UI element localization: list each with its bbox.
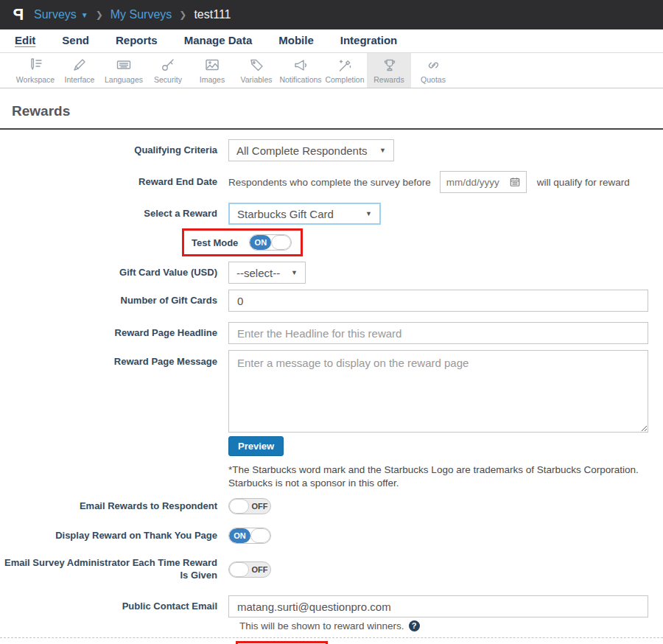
toolbar-item-label: Rewards xyxy=(373,75,404,84)
email-rewards-row: Email Rewards to Respondent OFF xyxy=(0,498,663,514)
toolbar-item-label: Completion xyxy=(325,75,364,84)
tab-edit[interactable]: Edit xyxy=(15,34,35,48)
breadcrumb-surveys[interactable]: Surveys xyxy=(34,8,77,21)
display-reward-label: Display Reward on Thank You Page xyxy=(0,530,228,542)
toggle-state-text: OFF xyxy=(249,499,270,514)
tab-manage-data[interactable]: Manage Data xyxy=(184,34,253,48)
toolbar-item-quotas[interactable]: Quotas xyxy=(411,53,455,88)
tab-integration[interactable]: Integration xyxy=(340,34,398,48)
help-question-icon[interactable]: ? xyxy=(409,620,420,631)
select-caret-icon: ▼ xyxy=(355,210,372,217)
rewards-icon xyxy=(381,57,397,73)
starbucks-disclaimer-text: *The Starbucks word mark and the Starbuc… xyxy=(228,463,654,490)
breadcrumb-survey-name: test111 xyxy=(194,8,231,21)
toolbar-item-label: Variables xyxy=(241,75,273,84)
select-reward-label: Select a Reward xyxy=(0,208,228,220)
toolbar-item-rewards[interactable]: Rewards xyxy=(367,53,411,88)
gift-card-value-label: Gift Card Value (USD) xyxy=(0,267,228,279)
completion-icon xyxy=(337,57,353,73)
test-mode-toggle[interactable]: ON xyxy=(249,234,292,251)
toolbar-item-notifications[interactable]: Notifications xyxy=(278,53,323,88)
interface-icon xyxy=(71,57,88,73)
tab-reports[interactable]: Reports xyxy=(116,34,158,48)
toolbar-item-label: Interface xyxy=(65,75,95,84)
display-reward-toggle[interactable]: ON xyxy=(228,528,271,544)
toolbar-item-workspace[interactable]: Workspace xyxy=(13,53,57,88)
tab-send[interactable]: Send xyxy=(62,34,89,48)
breadcrumb-my-surveys[interactable]: My Surveys xyxy=(110,8,172,21)
qualifying-criteria-row: Qualifying Criteria All Complete Respond… xyxy=(0,139,663,161)
select-caret-icon: ▼ xyxy=(281,269,298,276)
security-icon xyxy=(160,57,176,73)
toolbar-item-label: Workspace xyxy=(16,75,55,84)
toggle-state-text: OFF xyxy=(249,562,270,577)
reward-page-message-row: Reward Page Message xyxy=(0,350,663,433)
disclaimer-row: *The Starbucks word mark and the Starbuc… xyxy=(0,463,663,490)
contact-email-helper-text: This will be shown to reward winners. xyxy=(239,620,404,631)
toggle-knob xyxy=(229,562,249,577)
reward-page-headline-input[interactable] xyxy=(228,322,648,344)
toolbar-item-images[interactable]: Images xyxy=(190,53,234,88)
breadcrumb-separator-icon: ❯ xyxy=(96,10,103,20)
reward-end-date-label: Reward End Date xyxy=(0,176,228,189)
breadcrumb-separator-icon: ❯ xyxy=(179,10,186,20)
save-annotation-box: Save Changes xyxy=(236,641,328,644)
notifications-icon xyxy=(292,57,309,73)
contact-email-helper-row: This will be shown to reward winners. ? xyxy=(239,620,663,631)
gift-card-value-row: Gift Card Value (USD) --select-- ▼ xyxy=(0,262,663,284)
toolbar-item-variables[interactable]: Variables xyxy=(234,53,278,88)
tab-mobile[interactable]: Mobile xyxy=(278,34,314,48)
toolbar-item-label: Notifications xyxy=(279,75,321,84)
quotas-icon xyxy=(425,57,441,73)
toggle-knob xyxy=(250,528,270,543)
variables-icon xyxy=(248,57,264,73)
test-mode-row: Test Mode ON xyxy=(0,228,663,256)
qualifying-criteria-select[interactable]: All Complete Respondents ▼ xyxy=(228,139,394,161)
top-bar: P Surveys ▼ ❯ My Surveys ❯ test111 xyxy=(0,0,663,29)
nav-tabs: EditSendReportsManage DataMobileIntegrat… xyxy=(0,29,663,53)
toolbar-item-interface[interactable]: Interface xyxy=(57,53,102,88)
dashed-divider xyxy=(0,637,663,638)
reward-end-date-input[interactable] xyxy=(446,177,502,188)
number-of-gift-cards-label: Number of Gift Cards xyxy=(0,295,228,307)
toolbar-item-completion[interactable]: Completion xyxy=(323,53,367,88)
public-contact-email-label: Public Contact Email xyxy=(0,601,228,613)
languages-icon xyxy=(116,57,132,73)
gift-card-value-select[interactable]: --select-- ▼ xyxy=(228,262,306,284)
toolbar-item-languages[interactable]: Languages xyxy=(102,53,146,88)
qualifying-criteria-value: All Complete Respondents xyxy=(236,144,368,157)
page-title: Rewards xyxy=(12,103,651,119)
gift-card-value-value: --select-- xyxy=(236,267,280,279)
number-of-gift-cards-input[interactable] xyxy=(228,290,648,312)
toggle-knob xyxy=(271,235,291,250)
reward-page-headline-row: Reward Page Headline xyxy=(0,322,663,344)
end-date-prefix-text: Respondents who complete the survey befo… xyxy=(228,177,431,188)
reward-page-headline-label: Reward Page Headline xyxy=(0,327,228,340)
toolbar-item-security[interactable]: Security xyxy=(146,53,190,88)
select-reward-select[interactable]: Starbucks Gift Card ▼ xyxy=(228,203,381,225)
select-caret-icon: ▼ xyxy=(369,147,386,154)
email-rewards-toggle[interactable]: OFF xyxy=(228,498,271,514)
select-reward-row: Select a Reward Starbucks Gift Card ▼ xyxy=(0,203,663,225)
save-row: Save Changes xyxy=(236,641,663,644)
display-reward-row: Display Reward on Thank You Page ON xyxy=(0,528,663,544)
public-contact-email-input[interactable] xyxy=(228,595,648,617)
preview-button[interactable]: Preview xyxy=(228,436,284,456)
reward-end-date-row: Reward End Date Respondents who complete… xyxy=(0,171,663,193)
rewards-form: Qualifying Criteria All Complete Respond… xyxy=(0,130,663,644)
toggle-state-text: ON xyxy=(229,528,250,543)
toggle-knob xyxy=(229,499,249,514)
toggle-state-text: ON xyxy=(250,235,271,250)
reward-page-message-textarea[interactable] xyxy=(228,350,648,433)
preview-row: Preview xyxy=(0,436,663,456)
qualifying-criteria-label: Qualifying Criteria xyxy=(0,144,228,157)
end-date-suffix-text: will qualify for reward xyxy=(537,177,630,188)
email-admin-toggle[interactable]: OFF xyxy=(228,561,271,578)
email-admin-label: Email Survey Administrator Each Time Rew… xyxy=(0,557,228,582)
questionpro-logo-icon[interactable]: P xyxy=(10,5,27,24)
reward-end-date-input-box[interactable] xyxy=(440,171,527,193)
workspace-icon xyxy=(27,57,43,73)
test-mode-annotation-box: Test Mode ON xyxy=(182,228,303,256)
chevron-down-icon[interactable]: ▼ xyxy=(81,11,88,19)
calendar-icon[interactable] xyxy=(510,177,520,187)
